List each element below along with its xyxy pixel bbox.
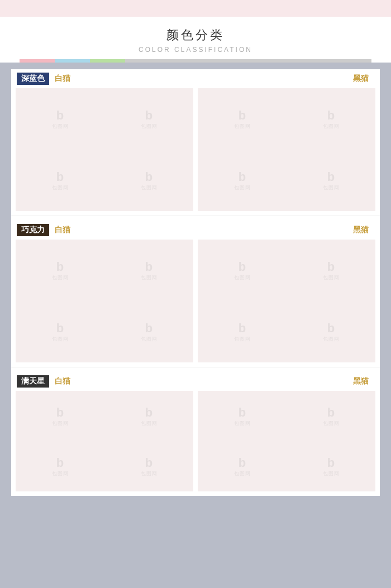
- wm-icon: b: [145, 321, 152, 336]
- row1-image-left: b 包图网 b 包图网 b 包图网 b 包图网: [16, 88, 193, 211]
- wm-icon: b: [56, 456, 64, 470]
- wm-cell: b 包图网: [16, 88, 104, 150]
- wm-icon: b: [239, 108, 246, 123]
- row2-sub-right: 黑猫: [353, 225, 374, 235]
- row1-sub-right: 黑猫: [353, 74, 374, 84]
- spacer-2: [11, 367, 380, 372]
- row1-header: 深蓝色 白猫 黑猫: [11, 69, 380, 88]
- wm-icon: b: [56, 108, 64, 123]
- top-banner: [0, 0, 391, 17]
- row1-image-right: b 包图网 b 包图网 b 包图网 b 包图网: [198, 88, 375, 211]
- wm-text: 包图网: [52, 274, 69, 281]
- wm-text: 包图网: [141, 184, 158, 192]
- wm-icon: b: [145, 456, 152, 470]
- wm-text: 包图网: [323, 470, 340, 477]
- wm-icon: b: [145, 260, 152, 274]
- row2-label: 巧克力: [17, 224, 49, 236]
- color-row-1: 深蓝色 白猫 黑猫 b 包图网 b 包图网 b 包图网: [11, 69, 380, 216]
- wm-cell: b 包图网: [287, 391, 375, 441]
- row3-image-left: b 包图网 b 包图网 b 包图网 b 包图网: [16, 391, 193, 491]
- color-bar: [20, 59, 371, 63]
- wm-cell: b 包图网: [198, 441, 287, 491]
- wm-text: 包图网: [141, 470, 158, 477]
- wm-text: 包图网: [234, 336, 251, 343]
- wm-text: 包图网: [323, 336, 340, 343]
- wm-cell: b 包图网: [104, 150, 193, 211]
- wm-icon: b: [56, 260, 64, 274]
- row2-sub-left: 白猫: [55, 225, 70, 235]
- wm-cell: b 包图网: [198, 150, 287, 211]
- wm-icon: b: [239, 170, 246, 184]
- color-row-3: 满天星 白猫 黑猫 b 包图网 b 包图网 b 包图网: [11, 372, 380, 496]
- row3-sub-left: 白猫: [55, 376, 70, 386]
- color-bar-green: [90, 59, 125, 63]
- wm-cell: b 包图网: [198, 88, 287, 150]
- wm-cell: b 包图网: [198, 391, 287, 441]
- row2-image-right: b 包图网 b 包图网 b 包图网 b 包图网: [198, 240, 375, 362]
- wm-icon: b: [56, 321, 64, 336]
- wm-text: 包图网: [141, 274, 158, 281]
- row2-header: 巧克力 白猫 黑猫: [11, 221, 380, 240]
- main-content: 深蓝色 白猫 黑猫 b 包图网 b 包图网 b 包图网: [11, 69, 380, 496]
- wm-icon: b: [327, 108, 335, 123]
- row1-sub-left: 白猫: [55, 74, 70, 84]
- color-row-2: 巧克力 白猫 黑猫 b 包图网 b 包图网 b 包图网: [11, 221, 380, 367]
- wm-text: 包图网: [52, 336, 69, 343]
- wm-icon: b: [56, 405, 64, 420]
- watermark-grid-2b: b 包图网 b 包图网 b 包图网 b 包图网: [198, 240, 375, 362]
- wm-icon: b: [239, 260, 246, 274]
- row1-label: 深蓝色: [17, 73, 49, 85]
- row2-image-left: b 包图网 b 包图网 b 包图网 b 包图网: [16, 240, 193, 362]
- wm-text: 包图网: [323, 123, 340, 130]
- wm-cell: b 包图网: [104, 391, 193, 441]
- watermark-grid-1a: b 包图网 b 包图网 b 包图网 b 包图网: [16, 88, 193, 211]
- wm-cell: b 包图网: [16, 441, 104, 491]
- wm-text: 包图网: [141, 420, 158, 427]
- header-section: 颜色分类 Color classification: [0, 17, 391, 63]
- wm-cell: b 包图网: [104, 441, 193, 491]
- wm-icon: b: [239, 405, 246, 420]
- color-bar-blue: [55, 59, 90, 63]
- watermark-grid-3a: b 包图网 b 包图网 b 包图网 b 包图网: [16, 391, 193, 491]
- wm-icon: b: [145, 108, 152, 123]
- wm-text: 包图网: [323, 420, 340, 427]
- wm-icon: b: [239, 321, 246, 336]
- wm-icon: b: [327, 405, 335, 420]
- row3-label: 满天星: [17, 375, 49, 388]
- wm-cell: b 包图网: [287, 88, 375, 150]
- wm-icon: b: [239, 456, 246, 470]
- wm-cell: b 包图网: [287, 441, 375, 491]
- wm-text: 包图网: [141, 123, 158, 130]
- wm-text: 包图网: [52, 420, 69, 427]
- page-title-en: Color classification: [139, 46, 252, 54]
- color-bar-pink: [20, 59, 55, 63]
- watermark-grid-1b: b 包图网 b 包图网 b 包图网 b 包图网: [198, 88, 375, 211]
- wm-cell: b 包图网: [104, 240, 193, 301]
- wm-cell: b 包图网: [16, 301, 104, 362]
- wm-text: 包图网: [52, 123, 69, 130]
- wm-icon: b: [145, 405, 152, 420]
- wm-cell: b 包图网: [16, 150, 104, 211]
- watermark-grid-3b: b 包图网 b 包图网 b 包图网 b 包图网: [198, 391, 375, 491]
- wm-cell: b 包图网: [287, 150, 375, 211]
- wm-text: 包图网: [323, 184, 340, 192]
- row3-header: 满天星 白猫 黑猫: [11, 372, 380, 391]
- wm-cell: b 包图网: [16, 240, 104, 301]
- wm-icon: b: [327, 321, 335, 336]
- wm-cell: b 包图网: [16, 391, 104, 441]
- wm-cell: b 包图网: [287, 240, 375, 301]
- wm-text: 包图网: [234, 470, 251, 477]
- wm-text: 包图网: [234, 274, 251, 281]
- row3-images: b 包图网 b 包图网 b 包图网 b 包图网: [11, 391, 380, 496]
- wm-cell: b 包图网: [198, 301, 287, 362]
- wm-cell: b 包图网: [104, 88, 193, 150]
- row1-images: b 包图网 b 包图网 b 包图网 b 包图网: [11, 88, 380, 216]
- row3-image-right: b 包图网 b 包图网 b 包图网 b 包图网: [198, 391, 375, 491]
- page-title-cn: 颜色分类: [166, 27, 225, 44]
- wm-text: 包图网: [52, 470, 69, 477]
- row3-sub-right: 黑猫: [353, 376, 374, 386]
- wm-cell: b 包图网: [198, 240, 287, 301]
- wm-text: 包图网: [323, 274, 340, 281]
- wm-icon: b: [56, 170, 64, 184]
- wm-icon: b: [145, 170, 152, 184]
